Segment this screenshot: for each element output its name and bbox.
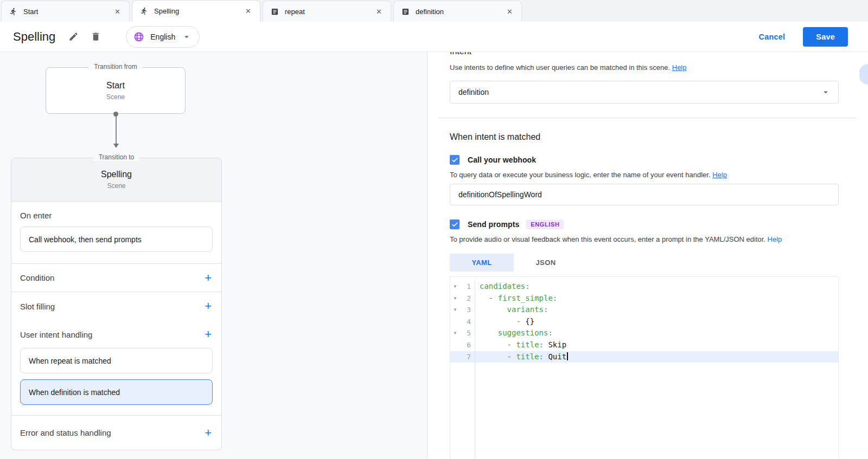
language-badge: ENGLISH <box>526 219 564 229</box>
intent-heading: Intent <box>450 52 839 56</box>
window-tab-start[interactable]: Start✕ <box>1 1 130 22</box>
scroll-indicator[interactable] <box>859 64 868 85</box>
call-webhook-row: Call your webhook <box>450 155 839 165</box>
fold-spacer <box>450 316 460 328</box>
code-line-4[interactable]: 4 - {} <box>450 316 838 328</box>
code-text: - {} <box>475 316 838 328</box>
line-number: 6 <box>460 339 475 351</box>
delete-scene-button[interactable] <box>88 29 103 44</box>
yaml-editor[interactable]: ▼1candidates:▼2 - first_simple:▼3 varian… <box>450 276 839 459</box>
window-tab-spelling[interactable]: Spelling✕ <box>132 0 260 22</box>
code-text: suggestions: <box>475 327 838 339</box>
gutter-filler <box>460 363 475 459</box>
page-title: Spelling <box>13 30 55 44</box>
details-panel: Intent Use intents to define which user … <box>427 52 868 459</box>
on-enter-handler[interactable]: Call webhook, then send prompts <box>20 227 213 252</box>
call-webhook-checkbox[interactable] <box>450 155 459 165</box>
close-icon[interactable]: ✕ <box>243 6 253 16</box>
code-line-3[interactable]: ▼3 variants: <box>450 304 838 316</box>
from-scene-name: Start <box>106 81 125 90</box>
window-tab-label: Start <box>23 8 112 16</box>
transition-from-legend: Transition from <box>88 63 143 70</box>
scene-toolbar: Spelling English Cancel Save <box>0 22 868 52</box>
add-condition-button[interactable]: + <box>203 272 213 284</box>
add-error-handler-button[interactable]: + <box>203 427 213 439</box>
language-selector[interactable]: English <box>126 26 200 48</box>
user-intent-label: User intent handling <box>20 330 92 339</box>
code-line-5[interactable]: ▼5 suggestions: <box>450 327 838 339</box>
code-line-7[interactable]: 7 - title: Quit <box>450 351 838 363</box>
handler-list: When repeat is matchedWhen definition is… <box>20 348 213 405</box>
condition-section: Condition+ <box>11 264 221 292</box>
save-button[interactable]: Save <box>803 27 848 47</box>
from-scene-type: Scene <box>106 93 125 101</box>
intent-handler-item[interactable]: When definition is matched <box>20 379 213 405</box>
fold-spacer <box>450 363 460 459</box>
code-empty <box>475 363 838 459</box>
window-tab-label: definition <box>416 8 505 16</box>
check-icon <box>451 221 458 228</box>
close-icon[interactable]: ✕ <box>112 7 123 17</box>
line-number: 3 <box>460 304 475 316</box>
send-prompts-checkbox[interactable] <box>450 219 459 229</box>
code-empty-area[interactable] <box>450 363 838 459</box>
format-tab-json[interactable]: JSON <box>514 254 578 271</box>
condition-label: Condition <box>20 273 54 282</box>
line-number: 5 <box>460 327 475 339</box>
error-handling-section: Error and status handling + <box>11 416 221 450</box>
prompts-description: To provide audio or visual feedback when… <box>450 235 839 243</box>
code-line-6[interactable]: 6 - title: Skip <box>450 339 838 351</box>
intent-icon <box>401 7 410 16</box>
code-text: - title: Quit <box>475 351 838 363</box>
intent-handler-text: When repeat is matched <box>29 357 111 365</box>
window-tab-definition[interactable]: definition✕ <box>393 1 522 22</box>
intent-help-link[interactable]: Help <box>672 63 687 72</box>
intent-select[interactable]: definition <box>450 81 839 104</box>
code-text: - first_simple: <box>475 293 838 305</box>
scene-card-header[interactable]: Spelling Scene <box>11 158 221 202</box>
fold-arrow-icon[interactable]: ▼ <box>450 327 460 339</box>
slot-filling-section: Slot filling+ <box>11 292 221 320</box>
chevron-down-icon <box>182 32 192 42</box>
code-lines: ▼1candidates:▼2 - first_simple:▼3 varian… <box>450 281 838 459</box>
to-scene-name: Spelling <box>101 170 132 179</box>
scene-icon <box>140 7 149 16</box>
error-handling-label: Error and status handling <box>20 428 111 437</box>
webhook-handler-input[interactable] <box>450 184 839 205</box>
send-prompts-row: Send prompts ENGLISH <box>450 219 839 229</box>
fold-spacer <box>450 351 460 363</box>
transition-from-node[interactable]: Transition from Start Scene <box>46 67 186 114</box>
close-icon[interactable]: ✕ <box>505 7 515 17</box>
window-tab-repeat[interactable]: repeat✕ <box>263 1 391 22</box>
scene-card: Transition to Spelling Scene On enter Ca… <box>11 158 222 450</box>
intent-handler-item[interactable]: When repeat is matched <box>20 348 213 373</box>
fold-arrow-icon[interactable]: ▼ <box>450 304 460 316</box>
code-line-1[interactable]: ▼1candidates: <box>450 281 838 293</box>
connector-dot <box>113 112 118 117</box>
transition-to-legend: Transition to <box>93 153 140 161</box>
line-number: 1 <box>460 281 475 293</box>
cancel-button[interactable]: Cancel <box>759 33 786 41</box>
globe-icon <box>133 31 144 42</box>
fold-arrow-icon[interactable]: ▼ <box>450 293 460 305</box>
webhook-help-link[interactable]: Help <box>712 171 727 179</box>
user-intent-section: User intent handling + When repeat is ma… <box>11 320 221 416</box>
prompts-help-link[interactable]: Help <box>768 235 782 243</box>
code-line-2[interactable]: ▼2 - first_simple: <box>450 293 838 305</box>
close-icon[interactable]: ✕ <box>374 7 384 17</box>
intent-description: Use intents to define which user queries… <box>450 63 839 72</box>
fold-arrow-icon[interactable]: ▼ <box>450 281 460 293</box>
window-tab-label: Spelling <box>154 7 243 15</box>
add-slot-filling-button[interactable]: + <box>203 300 213 312</box>
send-prompts-label: Send prompts <box>468 220 519 229</box>
on-enter-label: On enter <box>20 211 213 220</box>
format-tab-yaml[interactable]: YAML <box>450 254 514 271</box>
add-intent-handler-button[interactable]: + <box>203 328 213 340</box>
line-number: 2 <box>460 293 475 305</box>
to-scene-type: Scene <box>107 182 125 190</box>
edit-scene-button[interactable] <box>66 29 81 44</box>
connector-line <box>116 117 117 144</box>
line-number: 4 <box>460 316 475 328</box>
when-intent-matched-heading: When intent is matched <box>450 132 839 142</box>
call-webhook-label: Call your webhook <box>468 156 536 164</box>
